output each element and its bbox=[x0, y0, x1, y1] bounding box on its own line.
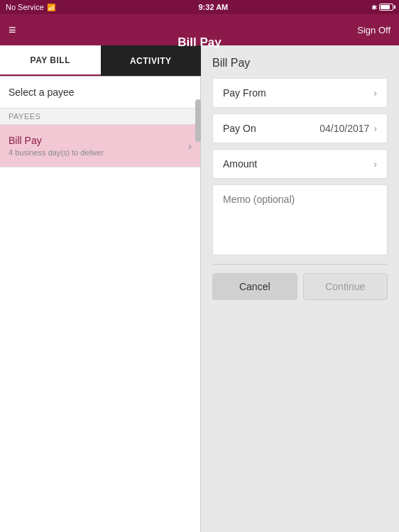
memo-field[interactable] bbox=[212, 184, 388, 255]
cancel-button[interactable]: Cancel bbox=[212, 273, 297, 300]
status-time: 9:32 AM bbox=[199, 3, 229, 11]
pay-on-label: Pay On bbox=[223, 123, 256, 134]
tab-pay-bill[interactable]: PAY BILL bbox=[0, 45, 101, 76]
nav-title: Bill Pay bbox=[177, 35, 221, 50]
status-left: No Service 📶 bbox=[6, 3, 55, 11]
signoff-button[interactable]: Sign Off bbox=[357, 25, 390, 35]
divider bbox=[212, 264, 388, 265]
pay-on-chevron-icon: › bbox=[373, 123, 377, 134]
status-bar: No Service 📶 9:32 AM ✱ bbox=[0, 0, 399, 14]
tab-bar: PAY BILL ACTIVITY bbox=[0, 45, 201, 77]
pay-from-chevron-icon: › bbox=[373, 87, 377, 99]
bluetooth-icon: ✱ bbox=[371, 4, 377, 11]
scroll-handle[interactable] bbox=[195, 99, 201, 142]
select-payee-label: Select a payee bbox=[0, 77, 200, 109]
tab-activity[interactable]: ACTIVITY bbox=[101, 45, 202, 76]
memo-input[interactable] bbox=[223, 194, 377, 246]
pay-on-date: 04/10/2017 bbox=[319, 123, 369, 134]
battery-icon bbox=[379, 4, 393, 11]
menu-icon[interactable]: ≡ bbox=[9, 23, 16, 38]
payee-delivery: 4 business day(s) to deliver bbox=[9, 148, 104, 157]
amount-field[interactable]: Amount › bbox=[212, 149, 388, 179]
status-right: ✱ bbox=[371, 4, 393, 11]
pay-on-value-container: 04/10/2017 › bbox=[319, 123, 377, 134]
wifi-icon: 📶 bbox=[47, 4, 55, 11]
nav-bar: ≡ Bill Pay Sign Off bbox=[0, 14, 399, 45]
payee-chevron-icon: › bbox=[188, 140, 192, 152]
payee-info: Bill Pay 4 business day(s) to deliver bbox=[9, 135, 104, 157]
amount-chevron-icon: › bbox=[373, 158, 377, 170]
button-row: Cancel Continue bbox=[212, 273, 388, 300]
right-panel: Bill Pay Pay From › Pay On 04/10/2017 › … bbox=[201, 45, 399, 532]
pay-on-field[interactable]: Pay On 04/10/2017 › bbox=[212, 113, 388, 143]
left-panel: PAY BILL ACTIVITY Select a payee PAYEES … bbox=[0, 45, 201, 532]
payee-name: Bill Pay bbox=[9, 135, 104, 146]
bill-pay-title: Bill Pay bbox=[212, 57, 388, 70]
amount-label: Amount bbox=[223, 158, 257, 170]
signal-text: No Service bbox=[6, 3, 44, 11]
continue-button[interactable]: Continue bbox=[303, 273, 388, 300]
payee-item[interactable]: Bill Pay 4 business day(s) to deliver › bbox=[0, 125, 200, 167]
pay-from-label: Pay From bbox=[223, 87, 266, 99]
main-layout: PAY BILL ACTIVITY Select a payee PAYEES … bbox=[0, 45, 399, 532]
pay-from-field[interactable]: Pay From › bbox=[212, 78, 388, 108]
payees-section-label: PAYEES bbox=[0, 109, 200, 125]
